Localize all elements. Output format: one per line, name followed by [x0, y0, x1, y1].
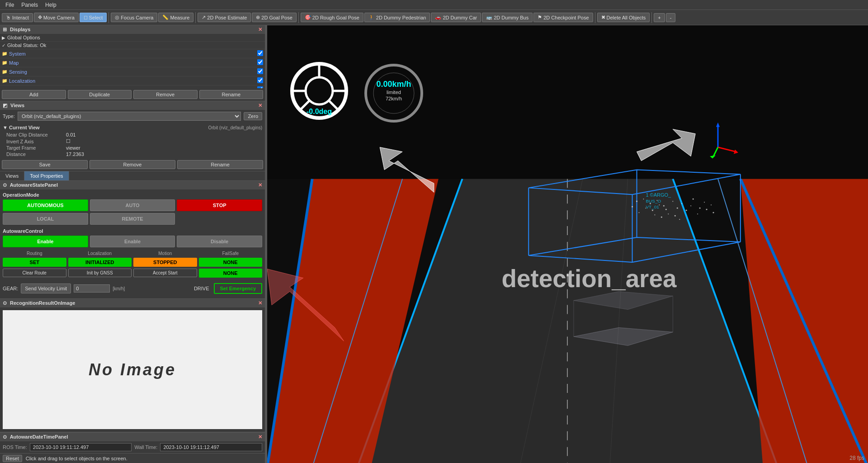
- reset-button[interactable]: Reset: [3, 455, 22, 462]
- cv-target-frame: Target Frame viewer: [3, 145, 262, 151]
- map-folder-icon: 📁: [2, 60, 7, 65]
- pose-estimate-button[interactable]: ↗ 2D Pose Estimate: [198, 13, 251, 22]
- rough-goal-button[interactable]: 🎯 2D Rough Goal Pose: [301, 13, 363, 22]
- display-item-map[interactable]: 📁 Map: [0, 58, 265, 67]
- display-label: Map: [9, 60, 19, 66]
- rename-view-button[interactable]: Rename: [177, 160, 263, 169]
- displays-close[interactable]: ✕: [258, 27, 262, 33]
- system-folder-icon: 📁: [2, 51, 7, 56]
- dummy-car-button[interactable]: 🚗 2D Dummy Car: [431, 13, 481, 22]
- views-zero-button[interactable]: Zero: [244, 112, 262, 120]
- enable-disabled-button: Enable: [90, 236, 175, 247]
- dummy-bus-button[interactable]: 🚌 2D Dummy Bus: [482, 13, 533, 22]
- map-checkbox[interactable]: [257, 59, 263, 65]
- recognition-header[interactable]: ⊙ RecognitionResultOnImage ✕: [0, 299, 265, 307]
- svg-point-19: [643, 198, 644, 199]
- measure-button[interactable]: 📏 Measure: [158, 13, 193, 22]
- goal-pose-button[interactable]: ⊕ 2D Goal Pose: [252, 13, 296, 22]
- svg-rect-11: [267, 25, 868, 179]
- save-view-button[interactable]: Save: [2, 160, 88, 169]
- delete-all-button[interactable]: ✖ Delete All Objects: [597, 13, 650, 22]
- datetime-close[interactable]: ✕: [258, 434, 262, 440]
- move-camera-button[interactable]: ✥ Move Camera: [34, 13, 79, 22]
- motion-badge: STOPPED: [133, 258, 197, 267]
- menu-panels[interactable]: Panels: [18, 1, 42, 9]
- remote-button[interactable]: REMOTE: [90, 213, 175, 225]
- display-item-system[interactable]: 📁 System: [0, 49, 265, 58]
- duplicate-display-button[interactable]: Duplicate: [68, 90, 132, 99]
- init-gnss-button[interactable]: Init by GNSS: [68, 269, 132, 277]
- zoom-out-button[interactable]: -: [666, 13, 676, 22]
- motion-col: Motion STOPPED Accept Start: [133, 251, 197, 278]
- set-emergency-button[interactable]: Set Emergency: [214, 283, 262, 294]
- local-button[interactable]: LOCAL: [3, 213, 88, 225]
- focus-camera-button[interactable]: ◎ Focus Camera: [111, 13, 157, 22]
- autoware-state-header[interactable]: ⊙ AutowareStatePanel ✕: [0, 181, 265, 189]
- display-item-global-options[interactable]: ▶ Global Options: [0, 34, 265, 42]
- menu-help[interactable]: Help: [42, 1, 60, 9]
- recognition-close[interactable]: ✕: [258, 300, 262, 306]
- displays-section: ⊞ Displays ✕ ▶ Global Options ✓ Global S…: [0, 25, 265, 101]
- svg-point-40: [713, 212, 714, 213]
- remove-display-button[interactable]: Remove: [133, 90, 198, 99]
- dummy-pedestrian-button[interactable]: 🚶 2D Dummy Pedestrian: [364, 13, 430, 22]
- svg-point-45: [679, 219, 680, 220]
- svg-point-26: [665, 209, 667, 210]
- display-label: System: [9, 51, 26, 57]
- left-panel: ⊞ Displays ✕ ▶ Global Options ✓ Global S…: [0, 25, 265, 463]
- recognition-icon: ⊙: [3, 300, 7, 306]
- enable-button[interactable]: Enable: [3, 236, 88, 247]
- system-checkbox[interactable]: [257, 50, 263, 56]
- accept-start-button[interactable]: Accept Start: [133, 269, 197, 277]
- svg-point-33: [690, 205, 691, 206]
- menubar: File Panels Help: [0, 0, 868, 10]
- stop-button[interactable]: STOP: [177, 199, 262, 211]
- perception-checkbox[interactable]: [257, 86, 263, 88]
- display-item-localization[interactable]: 📁 Localization: [0, 76, 265, 85]
- car-icon: 🚗: [435, 14, 441, 20]
- add-display-button[interactable]: Add: [2, 90, 66, 99]
- checkpoint-pose-button[interactable]: ⚑ 2D Checkpoint Pose: [533, 13, 593, 22]
- perception-folder-icon: 📁: [2, 87, 7, 88]
- svg-point-42: [661, 217, 662, 218]
- svg-point-43: [668, 213, 669, 214]
- delete-all-icon: ✖: [601, 14, 605, 20]
- displays-header[interactable]: ⊞ Displays ✕: [0, 25, 265, 34]
- tab-tool-properties[interactable]: Tool Properties: [24, 171, 69, 180]
- rename-display-button[interactable]: Rename: [199, 90, 264, 99]
- tab-views[interactable]: Views: [0, 171, 24, 180]
- sensing-checkbox[interactable]: [257, 68, 263, 74]
- select-button[interactable]: ◻ Select: [80, 13, 107, 22]
- speed-hud: 0.00km/h limited72km/h: [362, 61, 425, 126]
- display-item-sensing[interactable]: 📁 Sensing: [0, 67, 265, 76]
- views-header[interactable]: ◩ Views ✕: [0, 101, 265, 110]
- svg-point-37: [704, 202, 705, 203]
- datetime-header[interactable]: ⊙ AutowareDateTimePanel ✕: [0, 433, 265, 441]
- zoom-in-button[interactable]: +: [654, 13, 665, 22]
- menu-file[interactable]: File: [2, 1, 18, 9]
- localization-checkbox[interactable]: [257, 77, 263, 83]
- clear-route-button[interactable]: Clear Route: [3, 269, 66, 277]
- views-close[interactable]: ✕: [258, 103, 262, 109]
- svg-text:detection_area: detection_area: [501, 265, 677, 293]
- disable-button[interactable]: Disable: [177, 236, 262, 247]
- auto-button[interactable]: AUTO: [90, 199, 175, 211]
- routing-badge: SET: [3, 258, 66, 267]
- svg-point-44: [675, 215, 676, 217]
- autoware-state-title: AutowareStatePanel: [10, 182, 58, 188]
- velocity-input[interactable]: [74, 284, 110, 293]
- autonomous-button[interactable]: AUTONOMOUS: [3, 199, 88, 211]
- remove-view-button[interactable]: Remove: [90, 160, 175, 169]
- display-label: Global Options: [7, 35, 40, 40]
- display-item-global-status[interactable]: ✓ Global Status: Ok: [0, 42, 265, 49]
- scene-svg: 1 ©ARGO_ BUS_O VT_01 detection_area: [267, 25, 868, 463]
- cv-invert-z: Invert Z Axis ☐: [3, 138, 262, 145]
- display-label: Global Status: Ok: [7, 43, 46, 48]
- interact-button[interactable]: 🖱 Interact: [2, 13, 33, 22]
- svg-point-36: [699, 208, 701, 209]
- send-velocity-button[interactable]: Send Velocity Limit: [21, 283, 71, 293]
- autoware-control-grid: Enable Enable Disable: [3, 236, 262, 247]
- autoware-state-close[interactable]: ✕: [258, 182, 262, 188]
- viewport[interactable]: 1 ©ARGO_ BUS_O VT_01 detection_area: [267, 25, 868, 463]
- views-type-select[interactable]: Orbit (rviz_default_plugins): [18, 112, 241, 121]
